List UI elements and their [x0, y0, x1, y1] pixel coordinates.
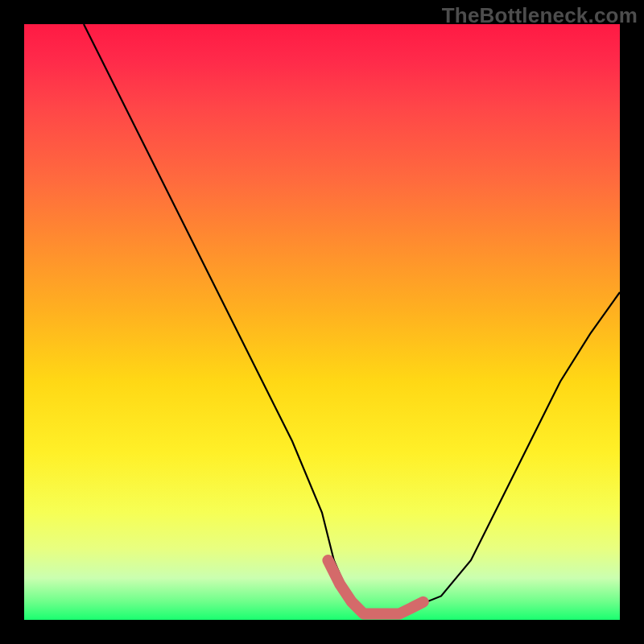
chart-frame: TheBottleneck.com	[0, 0, 644, 644]
watermark-text: TheBottleneck.com	[442, 3, 638, 28]
bottleneck-highlight-path	[328, 560, 423, 614]
chart-svg	[24, 24, 620, 620]
bottleneck-curve-path	[84, 24, 620, 614]
